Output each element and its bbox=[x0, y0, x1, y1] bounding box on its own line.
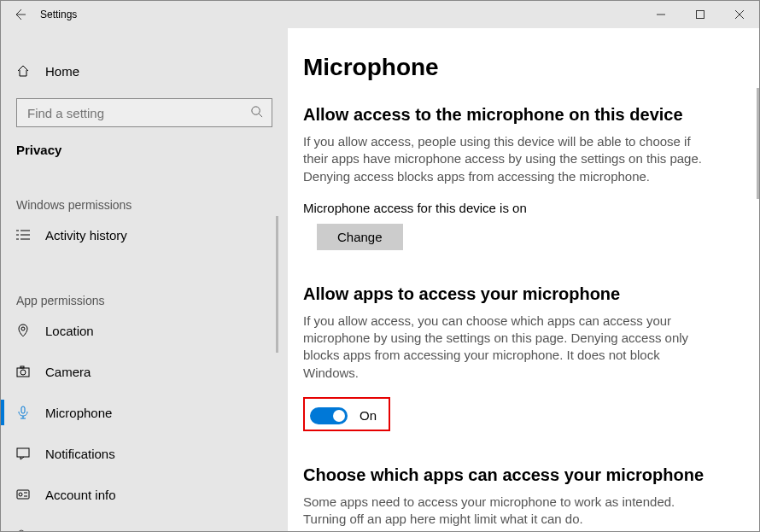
sidebar-item-label: Activity history bbox=[45, 228, 127, 243]
maximize-icon bbox=[696, 10, 704, 19]
section-choose-apps: Choose which apps can access your microp… bbox=[303, 465, 734, 529]
account-icon bbox=[16, 488, 30, 501]
sidebar: Home Privacy Windows permissions Activit… bbox=[1, 28, 288, 531]
change-button[interactable]: Change bbox=[317, 224, 403, 250]
section-heading: Allow apps to access your microphone bbox=[303, 284, 734, 304]
window-title: Settings bbox=[38, 9, 77, 20]
close-button[interactable] bbox=[720, 1, 759, 28]
highlight-box: On bbox=[303, 397, 390, 431]
sidebar-item-location[interactable]: Location bbox=[1, 313, 288, 348]
section-app-permissions: App permissions bbox=[1, 253, 288, 307]
home-link[interactable]: Home bbox=[1, 54, 288, 88]
search-field[interactable] bbox=[26, 105, 250, 121]
camera-icon bbox=[16, 365, 30, 378]
close-icon bbox=[735, 10, 744, 19]
toggle-knob bbox=[333, 410, 345, 422]
sidebar-item-contacts[interactable]: Contacts bbox=[1, 517, 288, 532]
category-label: Privacy bbox=[1, 127, 288, 157]
sidebar-item-label: Account info bbox=[45, 488, 116, 502]
svg-rect-16 bbox=[21, 406, 25, 413]
svg-point-21 bbox=[19, 493, 22, 496]
svg-rect-19 bbox=[17, 448, 29, 457]
sidebar-item-label: Contacts bbox=[45, 529, 96, 533]
sidebar-item-notifications[interactable]: Notifications bbox=[1, 436, 288, 471]
minimize-icon bbox=[657, 10, 665, 19]
sidebar-item-label: Location bbox=[45, 324, 94, 338]
activity-icon bbox=[16, 228, 30, 242]
svg-line-5 bbox=[259, 114, 262, 117]
section-body: Some apps need to access your microphone… bbox=[303, 494, 704, 529]
section-body: If you allow access, you can choose whic… bbox=[303, 313, 704, 382]
titlebar: Settings bbox=[1, 1, 759, 28]
svg-rect-1 bbox=[697, 11, 704, 19]
section-heading: Allow access to the microphone on this d… bbox=[303, 105, 734, 125]
toggle-label: On bbox=[360, 408, 377, 423]
section-body: If you allow access, people using this d… bbox=[303, 133, 704, 185]
arrow-left-icon bbox=[13, 8, 26, 21]
section-windows-permissions: Windows permissions bbox=[1, 157, 288, 212]
apps-access-toggle[interactable] bbox=[310, 407, 348, 424]
sidebar-scrollbar[interactable] bbox=[276, 216, 278, 353]
sidebar-item-camera[interactable]: Camera bbox=[1, 354, 288, 389]
search-input[interactable] bbox=[16, 98, 272, 127]
location-icon bbox=[16, 324, 30, 337]
device-access-status: Microphone access for this device is on bbox=[303, 201, 734, 215]
sidebar-item-label: Microphone bbox=[45, 406, 112, 420]
svg-rect-15 bbox=[20, 366, 24, 368]
content: Microphone Allow access to the microphon… bbox=[288, 28, 759, 531]
content-scrollbar[interactable] bbox=[757, 88, 759, 199]
sidebar-item-account-info[interactable]: Account info bbox=[1, 476, 288, 512]
section-device-access: Allow access to the microphone on this d… bbox=[303, 105, 734, 250]
search-icon bbox=[250, 105, 263, 121]
sidebar-item-activity-history[interactable]: Activity history bbox=[1, 217, 288, 253]
page-title: Microphone bbox=[303, 54, 734, 81]
section-heading: Choose which apps can access your microp… bbox=[303, 465, 734, 485]
contacts-icon bbox=[16, 529, 30, 532]
maximize-button[interactable] bbox=[681, 1, 720, 28]
sidebar-item-label: Camera bbox=[45, 365, 91, 379]
home-icon bbox=[16, 64, 30, 78]
svg-point-12 bbox=[21, 327, 25, 330]
sidebar-item-label: Notifications bbox=[45, 447, 115, 461]
section-apps-access: Allow apps to access your microphone If … bbox=[303, 284, 734, 431]
svg-point-4 bbox=[252, 106, 260, 114]
back-button[interactable] bbox=[1, 1, 38, 28]
home-label: Home bbox=[45, 64, 79, 79]
sidebar-item-microphone[interactable]: Microphone bbox=[1, 395, 288, 430]
notifications-icon bbox=[16, 447, 30, 460]
minimize-button[interactable] bbox=[641, 1, 681, 28]
svg-point-14 bbox=[20, 370, 26, 375]
microphone-icon bbox=[16, 406, 30, 419]
